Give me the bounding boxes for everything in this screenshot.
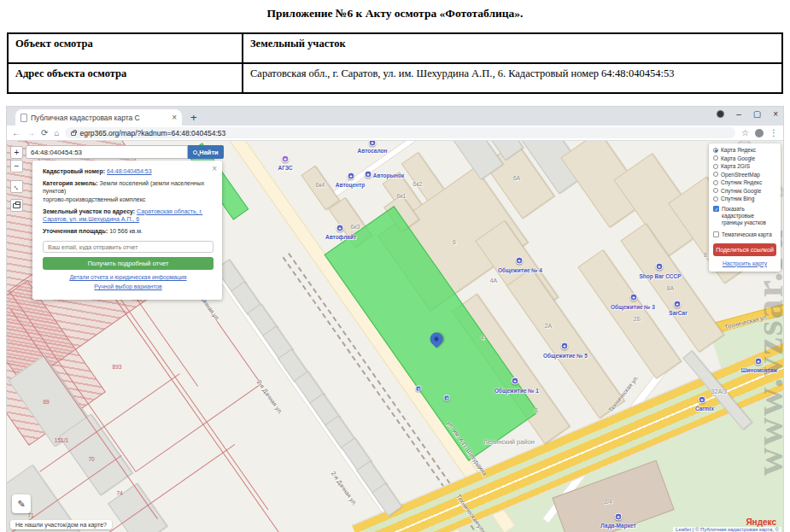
restore-button[interactable]: ▢ — [753, 109, 761, 119]
map-canvas[interactable]: ул. им. А.П. Шехурдина2-я Дачная ул.2-я … — [7, 141, 783, 532]
address-line: Земельный участок по адресу: Саратовская… — [43, 208, 214, 224]
profile-avatar-icon[interactable] — [755, 129, 764, 137]
poi-label[interactable]: Лада-Маркет — [600, 523, 635, 529]
address-bar[interactable]: egrp365.org/map/?kadnum=64:48:040454:53 — [65, 127, 735, 138]
tab-close-icon[interactable]: × — [172, 114, 177, 122]
map-attribution[interactable]: Leaflet | © Публичная кадастровая карта,… — [673, 527, 781, 532]
checkbox-unchecked-icon[interactable] — [713, 231, 719, 237]
home-button-icon[interactable]: ⌂ — [54, 126, 59, 140]
fullscreen-button[interactable]: ↔ — [10, 180, 23, 193]
poi-icon[interactable] — [630, 294, 638, 301]
poi-icon[interactable] — [336, 225, 344, 232]
zoom-out-button[interactable]: − — [10, 160, 23, 172]
poi-icon[interactable] — [369, 141, 377, 147]
get-report-button[interactable]: Получить подробный отчет — [43, 257, 214, 270]
new-tab-button[interactable]: + — [190, 110, 197, 126]
poi-label[interactable]: Автофлайт — [325, 234, 356, 240]
transit-stop-icon[interactable] — [444, 395, 450, 401]
layer-option[interactable]: Карта Яндекс — [713, 147, 776, 153]
cadastral-borders-option[interactable]: Показать кадастровые границы участков — [713, 206, 776, 227]
configure-map-link[interactable]: Настроить карту — [713, 260, 776, 266]
menu-dots-icon[interactable]: ⋮ — [770, 126, 778, 140]
close-window-button[interactable]: × — [773, 109, 778, 119]
poi-label[interactable]: Авторынок — [373, 172, 404, 178]
radio-icon[interactable] — [713, 188, 718, 193]
radio-selected-icon[interactable] — [713, 148, 718, 153]
layer-option[interactable]: OpenStreetMap — [713, 172, 776, 178]
transit-stop-icon[interactable] — [416, 386, 422, 392]
street-label: 2-я Дачная ул. — [256, 379, 284, 415]
layer-option[interactable]: Спутник Bing — [713, 196, 776, 202]
table-label-address: Адрес объекта осмотра — [8, 63, 243, 93]
poi-icon[interactable] — [674, 301, 682, 308]
poi-label[interactable]: Автоцентр — [336, 182, 365, 188]
poi-icon[interactable] — [348, 172, 355, 180]
building-number-label: 4А — [490, 278, 498, 284]
layer-option[interactable]: Карта Google — [713, 155, 776, 161]
cadnum-label: Кадастровый номер: — [43, 168, 105, 174]
forward-button-icon[interactable]: → — [26, 126, 35, 140]
browser-tab[interactable]: Публичная кадастровая карта С × — [15, 109, 182, 126]
building-number-label: 6 — [453, 239, 456, 245]
poi-label[interactable]: Carmix — [695, 406, 714, 412]
document-title: Приложение №6 к Акту осмотра «Фототаблиц… — [0, 0, 790, 20]
radio-icon[interactable] — [713, 155, 718, 161]
zoom-in-button[interactable]: + — [10, 146, 23, 159]
poi-label[interactable]: Общежитие № 3 — [611, 304, 655, 310]
poi-label[interactable]: Общежитие № 1 — [494, 388, 539, 394]
poi-label[interactable]: Общежитие № 4 — [498, 267, 542, 273]
poi-label[interactable]: SarCar — [669, 310, 687, 316]
back-button-icon[interactable]: ← — [12, 126, 20, 140]
poi-label[interactable]: Shop Bar СССР — [639, 273, 681, 279]
thematic-map-option[interactable]: Тематическая карта — [713, 231, 776, 238]
report-details-link[interactable]: Детали отчета и юридическая информация — [43, 274, 214, 280]
radio-icon[interactable] — [713, 172, 718, 177]
poi-icon[interactable] — [516, 257, 524, 265]
table-row: Объект осмотра Земельный участок — [8, 33, 782, 63]
poi-icon[interactable] — [755, 358, 763, 365]
table-row: Адрес объекта осмотра Саратовская обл., … — [8, 63, 782, 93]
poi-label[interactable]: Шиномонтаж — [741, 367, 777, 373]
layer-option[interactable]: Спутник Яндекс — [713, 179, 776, 185]
minimize-button[interactable]: – — [736, 109, 741, 119]
poi-icon[interactable] — [561, 342, 569, 350]
print-button[interactable] — [10, 199, 23, 212]
yandex-logo[interactable]: Яндекс — [746, 517, 776, 527]
record-indicator-icon — [717, 110, 724, 118]
poi-icon[interactable] — [615, 513, 623, 521]
email-field[interactable] — [43, 241, 214, 253]
area-line: Уточненная площадь: 10 566 кв.м. — [43, 227, 214, 235]
poi-icon[interactable] — [365, 171, 372, 178]
street-label: 2-я Дачная ул. — [331, 471, 359, 506]
street-label: Техническая ул. — [724, 313, 769, 330]
parcel-info-card: × Кадастровый номер: 64:48:040454:53 Кат… — [32, 161, 222, 300]
share-link-button[interactable]: Поделиться ссылкой — [713, 243, 776, 256]
cadastral-checkbox-label: Показать кадастровые границы участков — [722, 206, 776, 227]
close-icon[interactable]: × — [212, 164, 217, 173]
not-found-tooltip[interactable]: Не нашли участок/дом на карте? — [10, 520, 112, 529]
measure-ruler-button[interactable]: ✎ — [12, 494, 31, 513]
poi-icon[interactable] — [699, 396, 706, 404]
cadastral-parcel-number: 151/1 — [55, 437, 68, 443]
layer-option[interactable]: Спутник Google — [713, 188, 776, 194]
checkbox-checked-icon[interactable] — [713, 206, 719, 212]
manual-select-link[interactable]: Ручной выбор вариантов — [43, 284, 214, 289]
bookmark-star-icon[interactable]: ☆ — [741, 126, 749, 140]
radio-icon[interactable] — [713, 164, 718, 169]
cadnum-link[interactable]: 64:48:040454:53 — [107, 168, 152, 174]
radio-icon[interactable] — [713, 196, 718, 202]
poi-icon[interactable] — [282, 155, 290, 163]
poi-label[interactable]: Общежитие № 5 — [543, 353, 588, 359]
poi-label[interactable]: АГЗС — [278, 165, 293, 171]
category-extra: торгово-производственный комплекс — [43, 196, 145, 202]
poi-icon[interactable] — [512, 377, 519, 385]
browser-window: Публичная кадастровая карта С × + – ▢ × … — [7, 107, 783, 532]
poi-label[interactable]: Автосалон — [358, 148, 388, 154]
search-input[interactable] — [26, 145, 188, 159]
reload-button-icon[interactable]: ⟳ — [41, 126, 48, 140]
find-button[interactable]: Найти — [188, 145, 224, 159]
radio-icon[interactable] — [713, 180, 718, 185]
layer-option[interactable]: Карта 2GIS — [713, 163, 776, 169]
poi-icon[interactable] — [656, 263, 664, 271]
building-number-label: 6к2 — [413, 181, 423, 187]
